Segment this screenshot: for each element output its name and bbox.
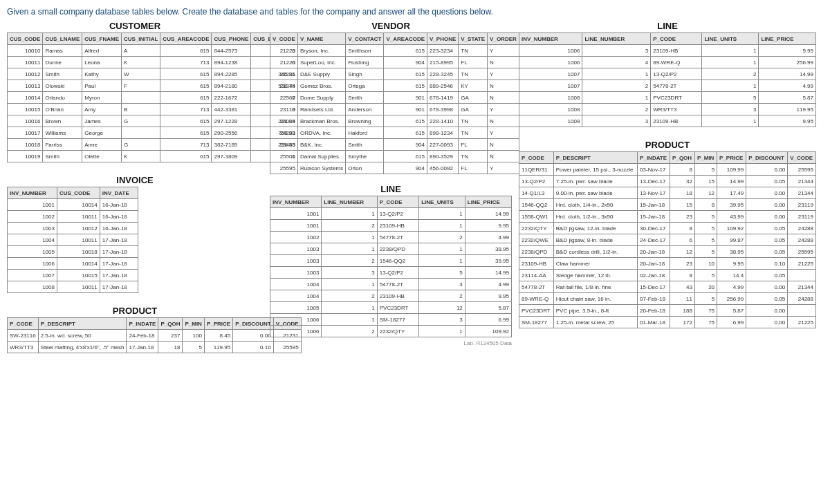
table-row: 1006323109-HB19.95 <box>519 45 816 57</box>
cell: 222-1672 <box>212 92 251 104</box>
cell: 01-Mar-18 <box>638 317 670 328</box>
cell: Amy <box>82 104 122 115</box>
col-header: P_QOH <box>158 318 183 330</box>
cell: 3 <box>419 314 465 326</box>
cell: 2 <box>419 290 465 302</box>
cell: 4 <box>582 57 651 68</box>
table-row: 23109-HBClaw hammer20-Jan-1823109.950.10… <box>519 258 816 270</box>
table-row: 10081001117-Jan-18 <box>8 281 138 293</box>
cell: 21344 <box>788 281 816 293</box>
col-header: LINE_PRICE <box>465 196 511 208</box>
cell: Browning <box>346 115 384 127</box>
cell: 109.99 <box>717 164 746 176</box>
cell: 0.00 <box>233 330 274 342</box>
col-header: P_CODE <box>8 318 39 330</box>
cell: 16-Jan-18 <box>100 211 138 223</box>
cell: 21226 <box>270 57 298 68</box>
customer-title: CUSTOMER <box>7 21 263 31</box>
cell: 894-2285 <box>212 68 251 80</box>
cell: WR3/TT3 <box>651 104 702 115</box>
cell: TN <box>459 115 488 127</box>
cell: 615 <box>160 127 212 139</box>
cell: Claw hammer <box>553 258 637 270</box>
cell: 15 <box>694 176 717 187</box>
cell: 5 <box>694 293 717 305</box>
cell: SM-18277 <box>519 317 554 328</box>
col-header: P_PRICE <box>204 318 232 330</box>
col-header: P_PRICE <box>717 152 746 164</box>
cell: A <box>122 45 160 57</box>
cell: 10 <box>694 258 717 270</box>
cell: Paul <box>82 80 122 92</box>
cell: Orlando <box>43 92 82 104</box>
cell: 844-2573 <box>212 45 251 57</box>
cell: B&D jigsaw, 8-in. blade <box>553 234 637 246</box>
cell: 901 <box>384 92 427 104</box>
cell: TN <box>459 68 488 80</box>
table-row: 1004223109-HB29.95 <box>270 290 512 302</box>
col-header: CUS_CODE <box>8 33 43 45</box>
cell: 1 <box>582 68 651 80</box>
cell: 7.25-in. pwr. saw blade <box>553 176 637 187</box>
cell: Kathy <box>82 68 122 80</box>
table-row: 25595Rubicon SystemsOrton904456-0092FLY <box>270 162 519 174</box>
cell: 14-Q1/L3 <box>519 187 554 199</box>
cell: 0.10 <box>233 342 274 353</box>
cell: 11QER/31 <box>519 164 554 176</box>
cell: 21225 <box>788 258 816 270</box>
cell: TN <box>459 127 488 139</box>
cell: 615 <box>384 115 427 127</box>
cell: 10018 <box>57 246 100 258</box>
instructions-text: Given a small company database tables be… <box>7 7 823 17</box>
table-row: 10011DunneLeonaK713894-12380 <box>8 57 298 68</box>
table-row: 10061001417-Jan-18 <box>8 258 138 270</box>
col-header: P_DISCOUNT <box>746 152 788 164</box>
col-header: CUS_LNAME <box>43 33 82 45</box>
cell: 17-Jan-18 <box>100 258 138 270</box>
cell: 10017 <box>8 127 43 139</box>
invoice-title: INVOICE <box>7 175 263 185</box>
cell: Y <box>488 127 519 139</box>
cell: 5 <box>702 92 759 104</box>
cell: 615 <box>160 68 212 80</box>
cell: Smythe <box>346 151 384 162</box>
table-row: 10041001117-Jan-18 <box>8 234 138 246</box>
cell: 456-0092 <box>427 162 459 174</box>
cell: 9.95 <box>465 290 511 302</box>
cell: Gomez Bros. <box>297 80 345 92</box>
cell: K <box>122 57 160 68</box>
table-row: 1558-QW1Hrd. cloth, 1/2-in., 3x5015-Jan-… <box>519 211 816 223</box>
cell: 39.95 <box>717 199 746 211</box>
cell: Ramas <box>43 45 82 57</box>
table-row: 10031001216-Jan-18 <box>8 223 138 234</box>
cell: 12 <box>419 302 465 314</box>
cell: 894-1238 <box>212 57 251 68</box>
cell: 1003 <box>270 255 322 267</box>
cell: 1001 <box>8 199 57 211</box>
cell: Dome Supply <box>297 92 345 104</box>
cell: 1 <box>419 243 465 255</box>
cell: 10011 <box>57 211 100 223</box>
col-header: LINE_NUMBER <box>322 196 377 208</box>
col-header: P_DISCOUNT <box>233 318 274 330</box>
cell: 24288 <box>788 234 816 246</box>
cell: SM-18277 <box>377 314 418 326</box>
cell: 17-Jan-18 <box>100 270 138 281</box>
cell: KY <box>459 80 488 92</box>
table-row: 1006489-WRE-Q1256.99 <box>519 57 816 68</box>
table-row: 1001223109-HB19.95 <box>270 220 512 232</box>
cell: 43 <box>670 281 695 293</box>
col-header: V_ORDER <box>488 33 519 45</box>
cell: 43.99 <box>717 211 746 223</box>
cell: 23 <box>670 211 695 223</box>
table-row: 10016BrownJamesG615297-1228221.19 <box>8 115 298 127</box>
table-row: 10061SM-1827736.99 <box>270 314 512 326</box>
cell: 15 <box>670 199 695 211</box>
cell: 9.95 <box>759 115 816 127</box>
cell: 890-3529 <box>427 151 459 162</box>
cell: 2 <box>582 104 651 115</box>
cell: 2 <box>322 326 377 337</box>
col-header: P_DESCRIPT <box>38 318 127 330</box>
table-row: 1003313-Q2/P2514.99 <box>270 267 512 279</box>
cell: O'Brian <box>43 104 82 115</box>
